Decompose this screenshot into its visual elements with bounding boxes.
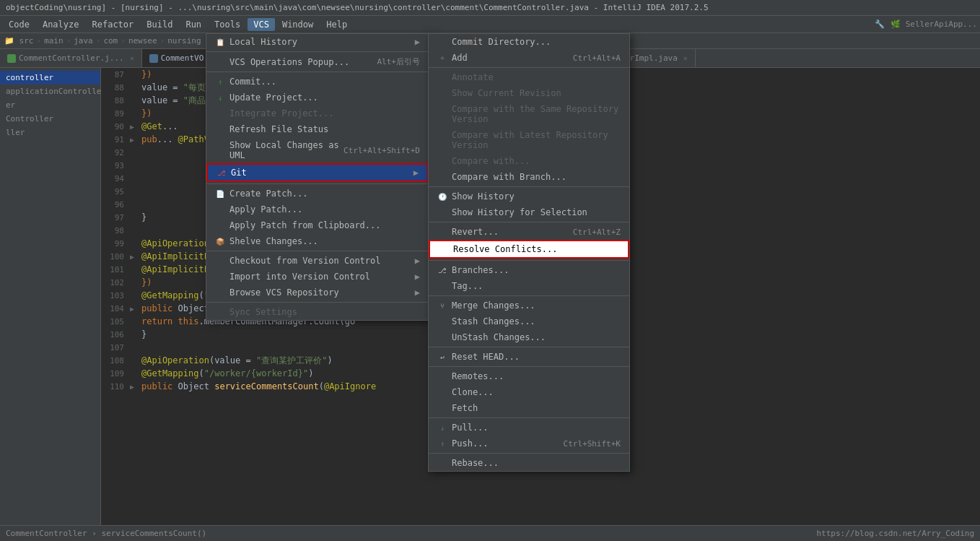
nav-com: com [103,36,118,46]
git-sep7 [429,366,629,367]
nav-nursing: nursing [167,36,201,46]
merge-icon: ⑂ [437,300,447,311]
vcs-local-history[interactable]: 📋 Local History ▶ [206,34,429,50]
git-sep5 [429,295,629,296]
git-annotate: Annotate [429,69,629,85]
menu-build[interactable]: Build [141,18,178,31]
nav-newsee: newsee [128,36,157,46]
vcs-commit[interactable]: ↑ Commit... [206,74,429,90]
sep4 [206,251,429,251]
menu-run[interactable]: Run [180,18,207,31]
sidebar-item-ller[interactable]: ller [0,126,100,139]
menu-help[interactable]: Help [320,18,353,31]
ide-icon: 🔧 [875,20,885,29]
sidebar-item-appcontroller[interactable]: applicationController [0,85,100,98]
vcs-dropdown: 📋 Local History ▶ VCS Operations Popup..… [206,33,429,321]
menu-window[interactable]: Window [276,18,319,31]
menu-analyze[interactable]: Analyze [37,18,85,31]
status-bar: CommentController › serviceCommentsCount… [0,525,980,541]
vcs-show-local-changes[interactable]: Show Local Changes as UML Ctrl+Alt+Shift… [206,137,429,163]
status-breadcrumb: CommentController › serviceCommentsCount… [6,529,206,538]
add-icon: + [437,53,447,63]
git-compare-with: Compare with... [429,153,629,169]
history-icon2: 🕐 [437,191,447,202]
sep5 [206,302,429,303]
update-icon: ↓ [215,92,225,103]
branches-icon: ⎇ [437,265,447,275]
sidebar-item-controller2[interactable]: Controller [0,112,100,126]
vcs-sync: Sync Settings [206,304,429,320]
shelve-icon: 📦 [215,236,225,246]
pull-icon: ↓ [437,423,447,433]
git-fetch[interactable]: Fetch [429,400,629,416]
menu-bar: Code Analyze Refactor Build Run Tools VC… [0,16,980,33]
vcs-browse[interactable]: Browse VCS Repository ▶ [206,285,429,300]
git-pull[interactable]: ↓ Pull... [429,420,629,436]
git-stash[interactable]: Stash Changes... [429,313,629,329]
git-icon: ⎇ [216,168,227,178]
tab-label-comment: CommentController.j... [19,53,124,63]
tab-comment-controller[interactable]: CommentController.j... ✕ [0,49,142,67]
git-submenu: Commit Directory... + Add Ctrl+Alt+A Ann… [428,33,630,472]
reset-icon: ↩ [437,352,447,362]
vcs-operations-popup[interactable]: VCS Operations Popup... Alt+后引号 [206,53,429,70]
vcs-create-patch[interactable]: 📄 Create Patch... [206,186,429,202]
status-url: https://blog.csdn.net/Arry_Coding [816,529,974,538]
git-compare-latest: Compare with Latest Repository Version [429,127,629,153]
vcs-shelve[interactable]: 📦 Shelve Changes... [206,233,429,249]
sidebar-item-controller[interactable]: controller [0,71,100,85]
push-icon: ↑ [437,438,447,449]
vcs-integrate: Integrate Project... [206,105,429,121]
menu-tools[interactable]: Tools [209,18,246,31]
git-branches[interactable]: ⎇ Branches... [429,262,629,278]
git-resolve-conflicts[interactable]: Resolve Conflicts... [429,240,629,259]
menu-code[interactable]: Code [3,18,35,31]
sep3 [206,183,429,184]
vcs-apply-patch-clipboard[interactable]: Apply Patch from Clipboard... [206,217,429,233]
sidebar-item-er[interactable]: er [0,98,100,112]
vcs-refresh[interactable]: Refresh File Status [206,121,429,137]
git-show-history-selection[interactable]: Show History for Selection [429,204,629,220]
git-sep4 [429,260,629,261]
menu-vcs[interactable]: VCS [248,18,275,31]
git-rebase[interactable]: Rebase... [429,455,629,471]
tab-close-worker[interactable]: ✕ [683,54,688,62]
tab-close-comment[interactable]: ✕ [130,54,134,62]
patch-icon: 📄 [215,189,225,199]
tab-icon-commentvo [149,54,158,63]
sidebar: controller applicationController er Cont… [0,68,101,525]
git-push[interactable]: ↑ Push... Ctrl+Shift+K [429,436,629,451]
sep2 [206,72,429,72]
git-show-current: Show Current Revision [429,85,629,101]
git-reset-head[interactable]: ↩ Reset HEAD... [429,349,629,365]
git-tag[interactable]: Tag... [429,278,629,294]
git-sep6 [429,347,629,347]
tab-icon-comment [7,54,16,63]
vcs-checkout[interactable]: Checkout from Version Control ▶ [206,253,429,269]
vcs-update[interactable]: ↓ Update Project... [206,90,429,105]
git-unstash[interactable]: UnStash Changes... [429,329,629,345]
menu-refactor[interactable]: Refactor [86,18,139,31]
history-icon: 📋 [215,37,225,47]
git-compare-same: Compare with the Same Repository Version [429,101,629,127]
git-compare-branch[interactable]: Compare with Branch... [429,169,629,185]
vcs-import[interactable]: Import into Version Control ▶ [206,269,429,285]
commit-icon: ↑ [215,77,225,87]
git-sep1 [429,67,629,68]
git-merge[interactable]: ⑂ Merge Changes... [429,298,629,313]
git-add[interactable]: + Add Ctrl+Alt+A [429,50,629,66]
title-text: objectCoding\nusring] - [nursing] - ...\… [6,3,709,12]
sep1 [206,51,429,52]
vcs-apply-patch[interactable]: Apply Patch... [206,202,429,217]
nav-java: java [74,36,93,46]
git-revert[interactable]: Revert... Ctrl+Alt+Z [429,224,629,240]
git-commit-dir[interactable]: Commit Directory... [429,34,629,50]
git-sep9 [429,453,629,454]
seller-api: 🌿 SellerApiApp... [891,20,977,29]
git-remotes[interactable]: Remotes... [429,368,629,384]
git-sep3 [429,222,629,222]
git-show-history[interactable]: 🕐 Show History [429,189,629,204]
vcs-git[interactable]: ⎇ Git ▶ [206,163,429,182]
git-clone[interactable]: Clone... [429,384,629,400]
git-sep8 [429,417,629,418]
